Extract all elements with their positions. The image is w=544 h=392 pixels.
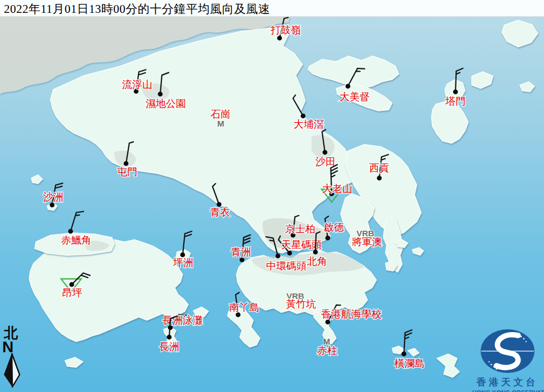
station-label: 沙田 [315, 156, 336, 167]
station-label: 大老山 [322, 183, 352, 194]
station-label: 橫瀾島 [394, 358, 425, 369]
station-label: 石崗 [211, 109, 231, 120]
map-title: 2022年11月01日13時00分的十分鐘平均風向及風速 [4, 1, 270, 17]
station-dot [326, 236, 331, 241]
station-label: 昂坪 [62, 287, 82, 298]
station-label: 京士柏 [285, 223, 315, 235]
station-dot [69, 282, 75, 287]
station-label: 大埔滘 [294, 119, 324, 130]
station-dot [124, 161, 129, 166]
title-bar: 2022年11月01日13時00分的十分鐘平均風向及風速 [0, 0, 544, 17]
station-dot [277, 36, 282, 41]
station-label: 沙洲 [43, 192, 63, 203]
hong-kong-map: 打鼓嶺流浮山濕地公園M石崗大美督塔門大埔滘沙田西貢大老山屯門沙洲赤鱲角青衣京士柏… [0, 0, 544, 392]
station-dot [68, 229, 73, 234]
station-label: 北角 [307, 256, 327, 267]
station-dot [453, 90, 458, 95]
station-label: 赤柱 [317, 345, 337, 356]
station-label: 赤鱲角 [61, 235, 91, 246]
station-label: 坪洲 [173, 257, 193, 268]
station-dot [276, 254, 281, 259]
station-dot [313, 250, 318, 255]
wind-map-page: 打鼓嶺流浮山濕地公園M石崗大美督塔門大埔滘沙田西貢大老山屯門沙洲赤鱲角青衣京士柏… [0, 0, 544, 392]
compass-needle-icon [2, 353, 24, 388]
station-dot [167, 335, 172, 340]
station-dot [301, 114, 306, 119]
station-label: 屯門 [117, 166, 137, 178]
station-label: 青洲 [231, 246, 251, 258]
station-label: 青衣 [210, 207, 230, 218]
compass-north-letter: N [2, 340, 26, 354]
station-dot [346, 84, 351, 89]
station-label: 西貢 [369, 162, 389, 174]
station-dot [323, 150, 328, 155]
station-dot [180, 253, 185, 258]
station-dot [158, 92, 163, 97]
station-label: 長洲泳灘 [162, 315, 203, 326]
station-dot [402, 352, 407, 357]
station-dot [287, 251, 292, 256]
hko-logo-icon [477, 329, 538, 375]
station-dot [326, 320, 331, 325]
station-label: 南丫島 [229, 302, 259, 313]
station-label: 濕地公園 [146, 98, 186, 109]
station-label: 中環碼頭 [266, 260, 306, 272]
station-label: 長洲 [159, 341, 179, 352]
station-label: 大美督 [340, 91, 370, 102]
station-flag: M [217, 119, 225, 128]
station-dot [50, 203, 55, 208]
station-label: 流浮山 [122, 79, 152, 90]
station-label: 塔門 [445, 96, 466, 107]
hko-logo-name-en: HONG KONG OBSERVATORY [472, 389, 542, 392]
station-label: 打鼓嶺 [271, 25, 301, 36]
station-dot [240, 258, 245, 263]
hko-logo-name-zh: 香港天文台 [472, 376, 542, 389]
station-label: 將軍澳 [352, 236, 382, 248]
station-label: 香港航海學校 [321, 309, 382, 320]
station-label: 啟德 [324, 222, 344, 233]
hko-logo: 香港天文台 HONG KONG OBSERVATORY [472, 329, 542, 392]
compass-north: 北 N [2, 326, 26, 388]
station-dot [377, 176, 382, 181]
station-label: 黃竹坑 [286, 298, 316, 310]
station-dot [217, 202, 222, 207]
